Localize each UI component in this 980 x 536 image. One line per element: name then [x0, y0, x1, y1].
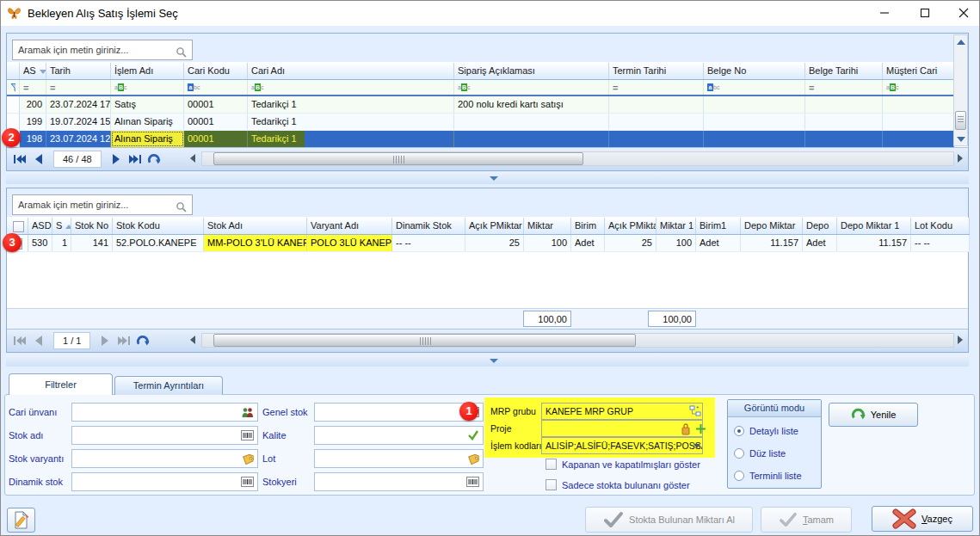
grid2-cell[interactable]: 11.157	[837, 235, 911, 251]
grid2-cell[interactable]: 11.157	[741, 235, 803, 251]
grid1-cell[interactable]	[609, 131, 704, 147]
pager-prev-button[interactable]	[29, 151, 48, 168]
grid1-cell[interactable]: Tedarikçi 1	[248, 96, 454, 113]
grid2-cell[interactable]: MM-POLO 3'LÜ KANEPE	[204, 235, 307, 251]
splitter-top[interactable]	[6, 172, 969, 184]
grid2-col-header[interactable]: S	[52, 218, 71, 234]
pager-next-button[interactable]	[96, 332, 114, 349]
grid1-cell[interactable]: 00001	[184, 96, 248, 113]
filter-input[interactable]	[314, 472, 484, 491]
grid2-hscrollbar[interactable]	[201, 333, 954, 348]
grid1-filter-cell[interactable]: =	[805, 80, 883, 95]
grid2-col-header[interactable]: Birim1	[696, 218, 741, 234]
grid2-col-header[interactable]: Dinamik Stok	[392, 218, 465, 234]
filter-input[interactable]	[71, 449, 258, 468]
grid2-col-header[interactable]: Depo	[803, 218, 837, 234]
radio-terminli-liste[interactable]	[734, 471, 744, 481]
filter-input[interactable]	[314, 403, 484, 422]
pager-last-button[interactable]	[114, 332, 133, 349]
grid2-cell[interactable]: 25	[605, 235, 656, 251]
pager-refresh-button[interactable]	[145, 151, 163, 168]
grid1-filter-cell[interactable]: =	[46, 80, 111, 95]
grid2-cell[interactable]: -- --	[392, 235, 465, 251]
grid1-cell[interactable]: 19.07.2024 15:1	[46, 114, 111, 130]
grid1-vscrollbar[interactable]	[953, 34, 968, 146]
grid1-cell[interactable]: Tedarikçi 1	[248, 131, 454, 147]
proje-input[interactable]	[541, 420, 703, 437]
grid1-cell[interactable]	[609, 114, 704, 130]
grid1-col-header[interactable]: Sipariş Açıklaması	[454, 63, 609, 79]
grid2-cell[interactable]: Adet	[696, 235, 741, 251]
pager-next-button[interactable]	[107, 151, 126, 168]
grid1-cell[interactable]	[704, 131, 805, 147]
grid2-cell[interactable]: POLO 3LÜ KANEPE	[307, 235, 392, 251]
grid1-row-1[interactable]: 19919.07.2024 15:1Alınan Sipariş00001Ted…	[7, 114, 954, 131]
grid1-cell[interactable]	[704, 96, 805, 113]
grid1-cell[interactable]: Tedarikçi 1	[248, 114, 454, 130]
grid1-filter-cell[interactable]: =	[609, 80, 704, 95]
grid1-cell[interactable]: 200	[20, 96, 46, 113]
grid2-cell[interactable]: 100	[524, 235, 571, 251]
grid2-col-header[interactable]: Açık PMiktar	[465, 218, 524, 234]
radio-detayli-liste[interactable]	[734, 426, 744, 436]
grid2-col-header[interactable]: Lot Kodu	[911, 218, 970, 234]
grid1-col-header[interactable]: AS	[20, 63, 46, 79]
grid1-cell[interactable]	[883, 131, 954, 147]
grid1-cell[interactable]: 200 nolu kredi kartı satışı	[454, 96, 609, 113]
tab-termin-ayrintilari[interactable]: Termin Ayrıntıları	[114, 376, 223, 395]
filter-input[interactable]	[71, 403, 258, 422]
kapanan-checkbox[interactable]	[545, 459, 557, 470]
grid2-col-header[interactable]: Stok Adı	[204, 218, 307, 234]
grid2-cell[interactable]: 141	[71, 235, 113, 251]
pager-refresh-button[interactable]	[133, 332, 152, 349]
tab-filtreler[interactable]: Filtreler	[9, 373, 113, 395]
grid2-col-header[interactable]: ASD	[28, 218, 52, 234]
grid1-filter-cell[interactable]: aBc	[248, 80, 454, 95]
grid2-cell[interactable]: 25	[465, 235, 524, 251]
grid1-hscrollbar[interactable]	[201, 151, 954, 166]
add-icon[interactable]	[695, 423, 706, 434]
grid1-cell[interactable]: Alınan Sipariş	[111, 114, 184, 130]
grid1-col-header[interactable]: Müşteri Cari	[883, 63, 954, 79]
grid2-cell[interactable]: -- --	[911, 235, 970, 251]
grid1-filter-cell[interactable]: abc	[184, 80, 248, 95]
tag-icon[interactable]	[467, 453, 479, 467]
maximize-button[interactable]	[908, 0, 942, 26]
grid1-cell[interactable]	[454, 131, 609, 147]
pager-prev-button[interactable]	[29, 332, 48, 349]
grid1-cell[interactable]	[883, 114, 954, 130]
grid1-cell[interactable]	[609, 96, 704, 113]
grid2-row-0[interactable]: 530114152.POLO.KANEPEMM-POLO 3'LÜ KANEPE…	[7, 235, 970, 252]
grid1-cell[interactable]: 00001	[184, 131, 248, 147]
grid1-filter-cell[interactable]: abc	[704, 80, 805, 95]
grid2-col-header[interactable]: Stok Kodu	[113, 218, 204, 234]
grid1-cell[interactable]: 23.07.2024 12::	[46, 131, 111, 147]
vazgec-button[interactable]: Vazgeç	[872, 506, 973, 532]
grid1-cell[interactable]: Alınan Sipariş	[111, 131, 184, 147]
grid1-col-header[interactable]: Tarih	[46, 63, 111, 79]
grid1-cell[interactable]	[704, 114, 805, 130]
grid2-cell[interactable]: 1	[52, 235, 71, 251]
grid1-cell[interactable]: 23.07.2024 17::	[46, 96, 111, 113]
grid1-filter-cell[interactable]: aBc	[111, 80, 184, 95]
people-icon[interactable]	[241, 407, 254, 420]
grid2-col-header[interactable]: Miktar	[524, 218, 571, 234]
stokta-bulunan-button[interactable]: Stokta Bulunan Miktarı Al	[585, 507, 753, 533]
grid2-cell[interactable]: Adet	[803, 235, 837, 251]
grid1-col-header[interactable]: Belge No	[704, 63, 805, 79]
grid1-cell[interactable]	[883, 96, 954, 113]
orders-search-input[interactable]: Aramak için metin giriniz...	[12, 40, 193, 60]
grid2-cell[interactable]: 52.POLO.KANEPE	[113, 235, 204, 251]
minimize-button[interactable]	[867, 0, 902, 26]
check-icon[interactable]	[467, 430, 479, 442]
grid2-col-header[interactable]: Depo Miktar	[741, 218, 803, 234]
select-all-checkbox[interactable]	[13, 221, 24, 232]
tamam-button[interactable]: Tamam	[761, 507, 852, 533]
grid1-cell[interactable]	[805, 131, 883, 147]
grid1-cell[interactable]: 198	[20, 131, 46, 147]
grid1-filter-cell[interactable]: =	[20, 80, 46, 95]
mrp-grubu-input[interactable]: KANEPE MRP GRUP	[541, 403, 703, 420]
grid1-col-header[interactable]: İşlem Adı	[111, 63, 184, 79]
chevron-down-icon[interactable]	[693, 444, 700, 448]
grid2-col-header[interactable]: Açık PMiktar 1	[605, 218, 656, 234]
